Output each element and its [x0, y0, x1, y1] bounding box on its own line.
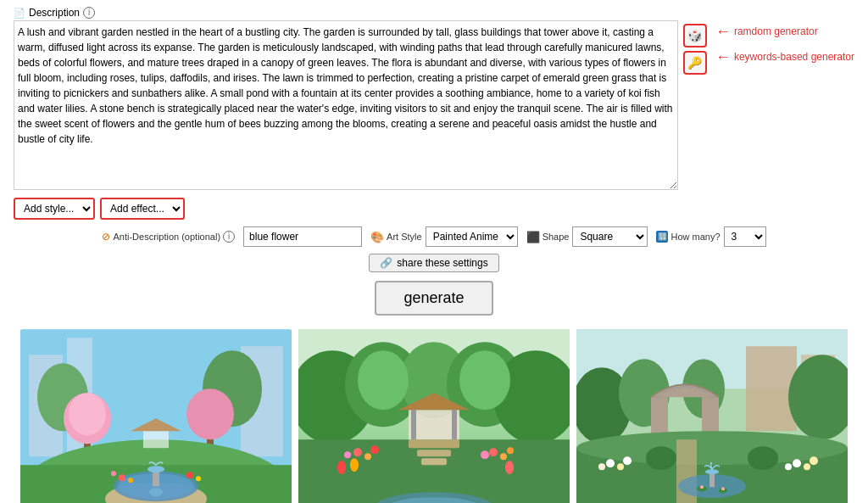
svg-point-19	[128, 478, 133, 483]
svg-point-8	[69, 393, 106, 435]
generate-label: generate	[403, 289, 464, 306]
share-label: share these settings	[397, 257, 487, 269]
svg-rect-37	[417, 450, 451, 456]
shape-select[interactable]: Square Portrait Landscape Wide	[572, 226, 648, 247]
images-grid	[14, 329, 854, 503]
description-info-icon: i	[83, 7, 95, 19]
svg-point-86	[748, 446, 778, 470]
keywords-generator-button[interactable]: 🔑	[683, 51, 707, 75]
svg-point-45	[344, 451, 351, 458]
svg-point-90	[721, 487, 725, 490]
add-effect-select[interactable]: Add effect...	[100, 198, 185, 220]
art-style-label: Art Style	[387, 232, 422, 242]
svg-point-56	[505, 461, 514, 474]
generate-button[interactable]: generate	[375, 281, 492, 316]
anti-desc-info-icon: i	[223, 231, 235, 243]
how-many-select[interactable]: 1 2 3 4	[724, 226, 766, 247]
svg-point-80	[623, 456, 632, 465]
description-icon: 📄	[14, 8, 25, 19]
anti-desc-label: Anti-Description (optional)	[113, 232, 220, 242]
svg-point-72	[576, 431, 848, 465]
how-many-label: How many?	[670, 232, 720, 242]
svg-point-20	[111, 471, 116, 476]
shape-label: Shape	[542, 232, 570, 242]
svg-point-78	[617, 463, 624, 470]
svg-rect-42	[452, 410, 457, 439]
svg-point-50	[481, 450, 489, 459]
svg-point-77	[606, 459, 615, 467]
svg-point-52	[337, 461, 346, 474]
shape-icon: ⬛	[526, 231, 540, 243]
svg-point-47	[489, 448, 498, 456]
art-style-select[interactable]: Painted Anime Photorealistic Oil Paintin…	[426, 226, 518, 247]
art-style-icon: 🎨	[370, 231, 384, 243]
svg-rect-41	[411, 410, 416, 439]
description-label: Description	[29, 7, 80, 19]
random-annotation: ramdom generator	[734, 25, 818, 37]
svg-point-10	[186, 388, 234, 439]
anti-desc-icon: ⊘	[102, 231, 110, 243]
svg-point-17	[147, 466, 164, 472]
generated-image-1[interactable]	[20, 329, 292, 503]
svg-point-82	[804, 463, 810, 470]
svg-rect-38	[421, 458, 447, 465]
description-textarea[interactable]: A lush and vibrant garden nestled in the…	[14, 20, 678, 190]
svg-point-46	[370, 445, 379, 454]
svg-point-21	[186, 472, 193, 478]
generated-image-2[interactable]	[298, 329, 570, 503]
svg-point-83	[785, 463, 792, 470]
how-many-icon: 🔢	[656, 231, 668, 243]
generated-image-3[interactable]	[576, 329, 848, 503]
svg-point-81	[793, 459, 801, 467]
svg-point-54	[350, 458, 359, 472]
svg-point-48	[500, 453, 507, 460]
svg-point-22	[196, 476, 201, 481]
anti-description-input[interactable]	[243, 226, 362, 247]
svg-point-79	[598, 463, 605, 470]
share-icon: 🔗	[380, 257, 392, 269]
random-generator-button[interactable]: 🎲	[683, 24, 707, 48]
svg-point-84	[810, 456, 818, 465]
random-icon: 🎲	[687, 29, 702, 42]
share-settings-button[interactable]: 🔗 share these settings	[369, 254, 498, 272]
svg-point-18	[119, 474, 125, 481]
svg-rect-36	[409, 439, 459, 448]
keywords-icon: 🔑	[687, 56, 702, 70]
keywords-annotation: keywords-based generator	[734, 51, 854, 63]
svg-point-88	[700, 485, 704, 489]
svg-point-76	[705, 469, 719, 474]
svg-point-85	[646, 446, 676, 470]
svg-point-43	[353, 448, 362, 456]
svg-point-44	[364, 453, 371, 460]
svg-point-25	[149, 488, 163, 496]
svg-point-34	[459, 350, 510, 410]
svg-point-49	[507, 447, 514, 454]
arrow-keywords: ←	[715, 49, 731, 64]
arrow-random: ←	[715, 24, 731, 39]
add-style-select[interactable]: Add style...	[14, 198, 95, 220]
svg-point-33	[358, 350, 409, 410]
svg-rect-23	[143, 431, 169, 448]
